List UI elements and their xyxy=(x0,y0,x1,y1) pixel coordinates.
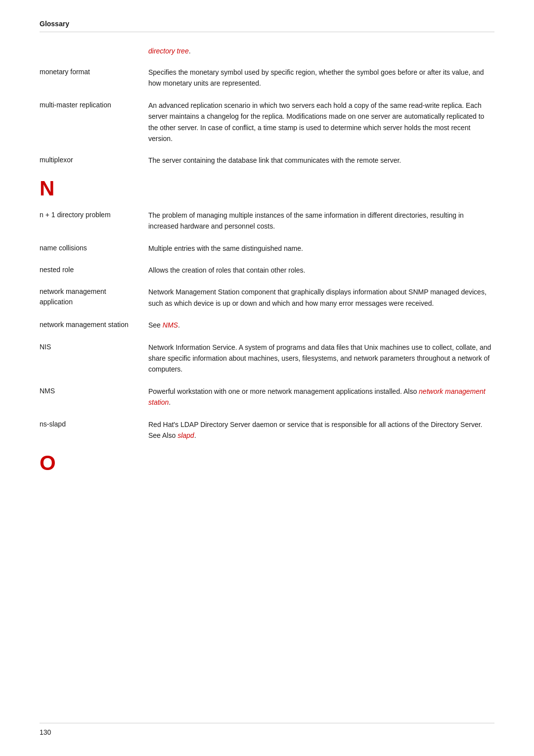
intro-suffix: . xyxy=(189,47,191,55)
def-multi-master: An advanced replication scenario in whic… xyxy=(148,100,494,144)
page-footer: 130 xyxy=(40,723,494,736)
page-header: Glossary xyxy=(40,20,494,32)
def-multiplexor: The server containing the database link … xyxy=(148,155,494,166)
glossary-entry-name-collisions: name collisions Multiple entries with th… xyxy=(40,243,494,254)
glossary-entry-n1-problem: n + 1 directory problem The problem of m… xyxy=(40,210,494,232)
def-nms: Powerful workstation with one or more ne… xyxy=(148,386,494,408)
def-n1-problem: The problem of managing multiple instanc… xyxy=(148,210,494,232)
term-nis: NIS xyxy=(40,342,148,352)
glossary-entry-network-mgmt-app: network management application Network M… xyxy=(40,286,494,309)
intro-line: directory tree. xyxy=(40,47,494,55)
section-letter-n: N xyxy=(40,177,494,200)
glossary-entry-multi-master: multi-master replication An advanced rep… xyxy=(40,100,494,144)
def-monetary-format: Specifies the monetary symbol used by sp… xyxy=(148,67,494,89)
term-network-mgmt-station: network management station xyxy=(40,320,148,330)
term-n1-problem: n + 1 directory problem xyxy=(40,210,148,220)
term-multi-master: multi-master replication xyxy=(40,100,148,110)
term-network-mgmt-app: network management application xyxy=(40,286,148,307)
term-ns-slapd: ns-slapd xyxy=(40,419,148,429)
def-network-mgmt-app: Network Management Station component tha… xyxy=(148,286,494,309)
term-nms: NMS xyxy=(40,386,148,396)
page-number: 130 xyxy=(40,728,51,736)
directory-tree-link[interactable]: directory tree xyxy=(148,47,189,55)
glossary-entry-monetary-format: monetary format Specifies the monetary s… xyxy=(40,67,494,89)
section-letter-o: O xyxy=(40,452,494,474)
def-name-collisions: Multiple entries with the same distingui… xyxy=(148,243,494,254)
def-ns-slapd: Red Hat's LDAP Directory Server daemon o… xyxy=(148,419,494,441)
glossary-entry-ns-slapd: ns-slapd Red Hat's LDAP Directory Server… xyxy=(40,419,494,441)
def-nested-role: Allows the creation of roles that contai… xyxy=(148,265,494,276)
def-nis: Network Information Service. A system of… xyxy=(148,342,494,375)
term-nested-role: nested role xyxy=(40,265,148,275)
glossary-entry-network-mgmt-station: network management station See NMS. xyxy=(40,320,494,331)
term-name-collisions: name collisions xyxy=(40,243,148,253)
glossary-entry-multiplexor: multiplexor The server containing the da… xyxy=(40,155,494,166)
def-network-mgmt-station: See NMS. xyxy=(148,320,494,331)
nms-link[interactable]: NMS xyxy=(163,321,178,329)
term-multiplexor: multiplexor xyxy=(40,155,148,165)
page: Glossary directory tree. monetary format… xyxy=(0,0,534,756)
glossary-entry-nis: NIS Network Information Service. A syste… xyxy=(40,342,494,375)
term-monetary-format: monetary format xyxy=(40,67,148,77)
glossary-entry-nested-role: nested role Allows the creation of roles… xyxy=(40,265,494,276)
glossary-entry-nms: NMS Powerful workstation with one or mor… xyxy=(40,386,494,408)
header-title: Glossary xyxy=(40,20,69,28)
network-management-station-link[interactable]: network management station xyxy=(148,387,486,406)
slapd-link[interactable]: slapd xyxy=(178,431,194,439)
